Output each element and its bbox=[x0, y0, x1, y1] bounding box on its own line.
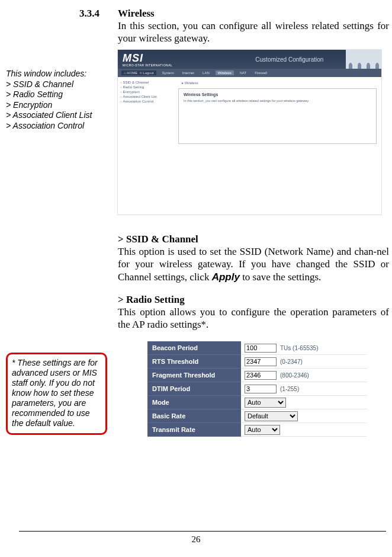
settings-label: Beacon Period bbox=[147, 341, 241, 355]
settings-value-cell: (0-2347) bbox=[241, 355, 367, 369]
settings-row: Transmit RateAuto bbox=[147, 423, 367, 437]
settings-select[interactable]: Auto bbox=[245, 425, 280, 435]
tab-internet[interactable]: Internet bbox=[180, 71, 197, 75]
settings-value-cell: Auto bbox=[241, 423, 367, 437]
tab-home-label: HOME bbox=[127, 71, 137, 75]
settings-label: Fragment Threshold bbox=[147, 369, 241, 382]
panel-heading: Wireless Settings bbox=[184, 92, 371, 97]
side-ssid[interactable]: SSID & Channel bbox=[120, 81, 173, 84]
side-radio[interactable]: Radio Setting bbox=[120, 85, 173, 89]
settings-value-cell: (1-255) bbox=[241, 382, 367, 396]
breadcrumb: Wireless bbox=[182, 81, 377, 85]
settings-hint: TUs (1-65535) bbox=[280, 345, 318, 351]
settings-label: Transmit Rate bbox=[147, 423, 241, 437]
settings-row: ModeAuto bbox=[147, 396, 367, 409]
router-main: Wireless Wireless Settings In this secti… bbox=[176, 77, 381, 215]
msi-logo: MSI MICRO-STAR INTERNATIONAL bbox=[118, 52, 172, 67]
section-title: Wireless bbox=[118, 8, 155, 20]
tab-system[interactable]: System bbox=[160, 71, 176, 75]
settings-label: Basic Rate bbox=[147, 409, 241, 423]
includes-heading: This window includes: bbox=[6, 69, 113, 79]
router-sidebar: SSID & Channel Radio Setting Encryption … bbox=[118, 77, 176, 215]
settings-select[interactable]: Auto bbox=[245, 398, 286, 408]
settings-label: RTS Threshold bbox=[147, 355, 241, 369]
settings-value-cell: TUs (1-65535) bbox=[241, 341, 367, 355]
router-header: MSI MICRO-STAR INTERNATIONAL Customized … bbox=[118, 50, 381, 69]
side-assoc-control[interactable]: Association Control bbox=[120, 100, 173, 103]
settings-row: DTIM Period(1-255) bbox=[147, 382, 367, 396]
includes-item-2: > Encryption bbox=[6, 100, 113, 111]
settings-input[interactable] bbox=[245, 385, 277, 393]
apply-word: Apply bbox=[212, 271, 240, 283]
section-number: 3.3.4 bbox=[79, 8, 99, 20]
settings-row: Fragment Threshold(800-2346) bbox=[147, 369, 367, 382]
section-intro: In this section, you can configure all w… bbox=[118, 20, 389, 45]
tab-firewall[interactable]: Firewall bbox=[252, 71, 269, 75]
ssid-block: > SSID & Channel This option is used to … bbox=[118, 233, 389, 283]
router-body: SSID & Channel Radio Setting Encryption … bbox=[118, 77, 381, 215]
settings-hint: (0-2347) bbox=[280, 358, 303, 365]
tab-home[interactable]: ⌂ HOME ⎋ Logout bbox=[121, 71, 156, 75]
includes-block: This window includes: > SSID & Channel >… bbox=[6, 69, 113, 131]
logo-text: MSI bbox=[123, 52, 143, 64]
includes-item-3: > Associated Client List bbox=[6, 110, 113, 121]
radio-heading: > Radio Setting bbox=[118, 294, 389, 306]
router-ui-screenshot: MSI MICRO-STAR INTERNATIONAL Customized … bbox=[118, 50, 381, 215]
settings-input[interactable] bbox=[245, 344, 277, 353]
tab-wireless[interactable]: Wireless bbox=[216, 71, 234, 75]
header-caption: Customized Configuration bbox=[255, 56, 323, 63]
radio-text: This option allows you to configure the … bbox=[118, 306, 389, 331]
settings-select[interactable]: Default bbox=[245, 411, 298, 421]
header-photo bbox=[346, 50, 381, 69]
settings-row: RTS Threshold(0-2347) bbox=[147, 355, 367, 369]
manual-page: 3.3.4 Wireless In this section, you can … bbox=[0, 0, 392, 557]
settings-value-cell: Default bbox=[241, 409, 367, 423]
side-clientlist[interactable]: Associated Client List bbox=[120, 95, 173, 98]
settings-hint: (800-2346) bbox=[280, 372, 309, 379]
router-tabs: ⌂ HOME ⎋ Logout System Internet LAN Wire… bbox=[118, 69, 381, 77]
tab-lan[interactable]: LAN bbox=[200, 71, 212, 75]
settings-value-cell: (800-2346) bbox=[241, 369, 367, 382]
ssid-text-b: to save the settings. bbox=[240, 271, 321, 283]
includes-item-0: > SSID & Channel bbox=[6, 79, 113, 90]
includes-item-4: > Association Control bbox=[6, 121, 113, 132]
wireless-settings-panel: Wireless Settings In this section, you c… bbox=[178, 88, 377, 144]
side-encryption[interactable]: Encryption bbox=[120, 90, 173, 94]
settings-label: DTIM Period bbox=[147, 382, 241, 396]
tab-nat[interactable]: NAT bbox=[237, 71, 249, 75]
ssid-text: This option is used to set the SSID (Net… bbox=[118, 245, 389, 283]
radio-settings-table: Beacon PeriodTUs (1-65535)RTS Threshold(… bbox=[147, 341, 367, 437]
ssid-heading: > SSID & Channel bbox=[118, 233, 389, 245]
page-number: 26 bbox=[0, 534, 392, 545]
footer-rule bbox=[19, 531, 386, 532]
panel-desc: In this section, you can configure all w… bbox=[184, 99, 371, 103]
settings-input[interactable] bbox=[245, 371, 277, 380]
radio-block: > Radio Setting This option allows you t… bbox=[118, 294, 389, 331]
advanced-note: * These settings are for advanced users … bbox=[6, 353, 107, 435]
settings-input[interactable] bbox=[245, 357, 277, 366]
logo-subtext: MICRO-STAR INTERNATIONAL bbox=[123, 63, 172, 67]
settings-row: Basic RateDefault bbox=[147, 409, 367, 423]
settings-label: Mode bbox=[147, 396, 241, 409]
settings-value-cell: Auto bbox=[241, 396, 367, 409]
includes-item-1: > Radio Setting bbox=[6, 89, 113, 100]
settings-row: Beacon PeriodTUs (1-65535) bbox=[147, 341, 367, 355]
settings-hint: (1-255) bbox=[280, 386, 299, 392]
tab-logout-label: Logout bbox=[143, 71, 153, 75]
